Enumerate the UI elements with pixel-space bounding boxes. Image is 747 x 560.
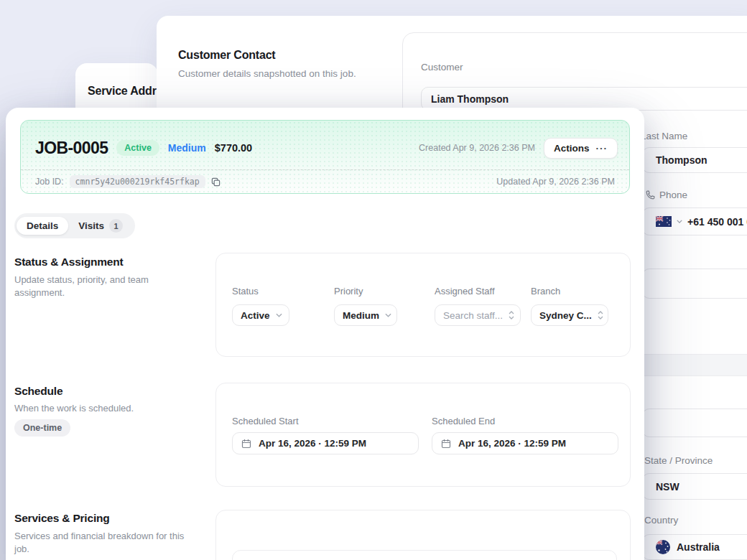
job-id-label: Job ID:: [35, 177, 64, 187]
assigned-staff-combobox[interactable]: Search staff...: [435, 304, 521, 326]
state-value: NSW: [656, 481, 679, 493]
schedule-description: When the work is scheduled.: [14, 402, 187, 415]
job-id-value: cmnr5y42u000219rkf45rfkap: [70, 175, 205, 188]
services-pricing-card: Service: [215, 510, 631, 560]
status-assignment-description: Update status, priority, and team assign…: [14, 274, 171, 299]
chevron-down-icon: [276, 313, 282, 317]
customer-contact-title: Customer Contact: [178, 49, 275, 62]
tab-bar: Details Visits 1: [14, 213, 135, 238]
tab-visits[interactable]: Visits 1: [68, 215, 133, 236]
country-value: Australia: [677, 541, 720, 553]
one-time-badge: One-time: [14, 419, 70, 437]
country-input[interactable]: Australia: [642, 534, 747, 560]
customer-value: Liam Thompson: [431, 93, 509, 105]
scheduled-end-input[interactable]: Apr 16, 2026 · 12:59 PM: [432, 432, 618, 454]
schedule-card: Scheduled Start Scheduled End Apr 16, 20…: [215, 383, 631, 487]
state-label: State / Province: [644, 455, 713, 466]
job-number: JOB-0005: [35, 139, 108, 158]
scheduled-start-label: Scheduled Start: [232, 416, 299, 426]
chevron-up-down-icon: [598, 311, 603, 319]
job-header: JOB-0005 Active Medium $770.00 Created A…: [20, 120, 630, 194]
australia-flag-round-icon: [656, 540, 670, 554]
chevron-up-down-icon: [509, 311, 514, 319]
country-label: Country: [644, 515, 678, 526]
status-label: Status: [232, 286, 289, 297]
phone-value: +61 450 001 0: [687, 216, 747, 228]
last-name-label: Last Name: [641, 131, 687, 141]
phone-input[interactable]: +61 450 001 0: [642, 207, 747, 235]
occluded-field-1[interactable]: [642, 269, 747, 299]
last-name-value: Thompson: [656, 154, 707, 166]
status-assignment-title: Status & Assignment: [14, 256, 124, 269]
copy-icon[interactable]: [211, 177, 221, 187]
services-pricing-description: Services and financial breakdown for thi…: [14, 530, 192, 556]
calendar-icon: [441, 439, 451, 449]
occluded-field-2[interactable]: [642, 409, 747, 437]
last-name-input[interactable]: Thompson: [642, 147, 747, 173]
job-id-row: Job ID: cmnr5y42u000219rkf45rfkap Update…: [21, 169, 629, 193]
phone-icon: [646, 190, 655, 200]
created-timestamp: Created Apr 9, 2026 2:36 PM: [419, 143, 535, 153]
australia-flag-icon: [656, 216, 672, 227]
job-amount: $770.00: [215, 142, 252, 154]
status-assignment-card: Status Active Priority Medium Assigned S…: [215, 253, 631, 357]
phone-label: Phone: [646, 190, 687, 200]
services-pricing-title: Services & Pricing: [14, 512, 110, 525]
priority-label: Priority: [334, 286, 397, 297]
scheduled-start-input[interactable]: Apr 16, 2026 · 12:59 PM: [232, 432, 419, 454]
customer-field-label: Customer: [421, 62, 463, 73]
priority-select[interactable]: Medium: [334, 304, 397, 326]
job-detail-modal: JOB-0005 Active Medium $770.00 Created A…: [6, 108, 644, 560]
branch-label: Branch: [531, 286, 608, 297]
chevron-down-icon: [385, 313, 391, 317]
calendar-icon: [241, 439, 251, 449]
state-input[interactable]: NSW: [642, 473, 747, 500]
chevron-down-icon: [677, 220, 682, 223]
scheduled-end-label: Scheduled End: [432, 416, 495, 426]
customer-contact-subtitle: Customer details snapshotted on this job…: [178, 68, 356, 79]
updated-timestamp: Updated Apr 9, 2026 2:36 PM: [496, 177, 615, 187]
actions-button[interactable]: Actions ···: [544, 138, 618, 159]
visits-count-badge: 1: [109, 219, 123, 233]
tab-details[interactable]: Details: [17, 217, 68, 235]
branch-combobox[interactable]: Sydney C...: [531, 304, 608, 326]
priority-badge: Medium: [168, 142, 206, 154]
status-badge: Active: [116, 140, 159, 156]
schedule-title: Schedule: [14, 385, 62, 398]
status-select[interactable]: Active: [232, 304, 289, 326]
service-line-item-card: Service: [232, 550, 617, 560]
ellipsis-icon: ···: [596, 143, 608, 154]
assigned-staff-label: Assigned Staff: [435, 286, 521, 297]
